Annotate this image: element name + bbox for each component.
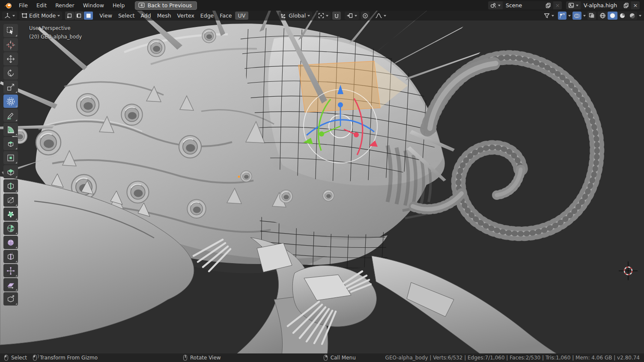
mouse-left-icon [4,355,8,361]
mouse-right-icon [324,355,328,361]
edge-select-button[interactable] [75,12,83,20]
statusbar: Select Transform From Gizmo Rotate View … [0,353,644,362]
vertex-select-button[interactable] [65,12,74,20]
tool-annotate[interactable] [3,109,18,122]
scene-unlink-button: × [553,1,562,9]
menu-vertex[interactable]: Vertex [174,12,197,20]
menu-uv[interactable]: UV [235,12,249,20]
transform-orientation-dropdown[interactable]: Global [279,12,312,20]
hint-rotate-view: Rotate View [183,355,221,361]
tool-inset-faces[interactable] [3,151,18,164]
scene-browse-button[interactable] [488,1,503,9]
chevron-down-icon [552,15,554,17]
face-select-button[interactable] [84,12,93,20]
falloff-curve-icon [376,13,382,18]
chevron-down-icon[interactable] [568,15,571,17]
back-icon [138,3,145,8]
hint-select: Select [4,355,27,361]
gizmo-icon [559,13,565,19]
menu-add[interactable]: Add [137,12,154,20]
chevron-down-icon [498,5,501,6]
cursor-3d[interactable] [619,261,638,280]
menu-window[interactable]: Window [79,1,108,9]
chevron-down-icon[interactable] [639,15,641,17]
shading-wireframe-button[interactable] [598,12,608,20]
duplicate-icon[interactable] [623,3,629,8]
wireframe-shading-icon [599,12,606,19]
tool-scale[interactable] [3,80,18,94]
editor-type-button[interactable] [2,12,17,20]
tool-shear[interactable] [3,278,18,291]
chevron-down-icon [57,15,60,17]
duplicate-icon[interactable] [546,3,551,8]
scene-selector: Scene × [488,1,562,9]
view-layer-browse-button[interactable] [566,1,581,9]
tool-shrink-fatten[interactable] [3,264,18,277]
tool-transform[interactable] [3,95,18,108]
active-vertex-dot [238,176,240,178]
proportional-editing-icon [362,13,368,19]
edit-mode-icon [21,13,27,18]
tool-select-box[interactable] [3,24,18,37]
tool-loop-cut[interactable] [3,179,18,193]
back-to-previous-button[interactable]: Back to Previous [135,1,197,10]
show-gizmo-button[interactable] [558,12,566,20]
shading-solid-button[interactable] [608,12,617,20]
menu-face[interactable]: Face [217,12,235,20]
shading-material-button[interactable] [617,12,627,20]
shading-mode-group [598,12,637,20]
chevron-down-icon [384,15,386,17]
editor-3d-viewport-icon [4,13,11,18]
proportional-falloff-dropdown[interactable] [373,12,388,20]
tool-cursor[interactable] [3,38,18,51]
header-right-controls [540,12,641,20]
overlays-icon [574,13,580,19]
tool-poly-build[interactable] [3,208,18,221]
menu-file[interactable]: File [15,1,32,9]
mouse-left-drag-icon [33,355,37,361]
tool-rip-region[interactable] [3,292,18,306]
menu-mesh[interactable]: Mesh [154,12,174,20]
menu-render[interactable]: Render [51,1,79,9]
view-layer-name-field[interactable]: V-alpha.high [581,1,631,9]
blender-logo-icon[interactable] [3,2,13,9]
tool-edge-slide[interactable] [3,250,18,263]
menu-view[interactable]: View [96,12,115,20]
show-overlays-button[interactable] [572,12,581,20]
menu-edge[interactable]: Edge [197,12,217,20]
tool-rotate[interactable] [3,66,18,80]
magnet-icon [334,13,340,19]
view-layer-selector: V-alpha.high × [566,1,640,9]
tool-measure[interactable] [3,123,18,136]
chevron-down-icon [355,15,357,17]
tool-move[interactable] [3,52,18,65]
viewport-overlay-text: User Perspective (20) GEO-alpha_body [29,24,82,41]
tool-knife[interactable] [3,193,18,207]
shading-rendered-button[interactable] [627,12,637,20]
tool-extrude-region[interactable] [3,137,18,150]
menu-edit[interactable]: Edit [32,1,51,9]
tool-spin[interactable] [3,222,18,235]
filter-dropdown[interactable] [542,12,556,20]
edge-select-icon [76,13,82,18]
topbar: File Edit Render Window Help Back to Pre… [0,0,644,11]
filter-funnel-icon [544,13,550,18]
pivot-point-dropdown[interactable] [316,12,331,20]
face-select-icon [86,13,91,18]
xray-icon [589,13,595,18]
viewport-canvas[interactable] [0,11,644,353]
snap-toggle-button[interactable] [332,12,341,20]
tool-bevel[interactable] [3,165,18,178]
menu-select[interactable]: Select [115,12,138,20]
tool-smooth[interactable] [3,236,18,249]
proportional-editing-button[interactable] [361,12,370,20]
chevron-down-icon[interactable] [583,15,586,17]
view-layer-close-button[interactable]: × [631,1,640,9]
snap-target-dropdown[interactable] [345,12,359,20]
header-center-controls: Global [277,12,388,20]
scene-name-field[interactable]: Scene [503,1,553,9]
toggle-xray-button[interactable] [587,12,596,20]
menu-help[interactable]: Help [108,1,129,9]
mode-selector[interactable]: Edit Mode [19,12,62,20]
viewport-3d[interactable]: Edit Mode View [0,11,644,353]
